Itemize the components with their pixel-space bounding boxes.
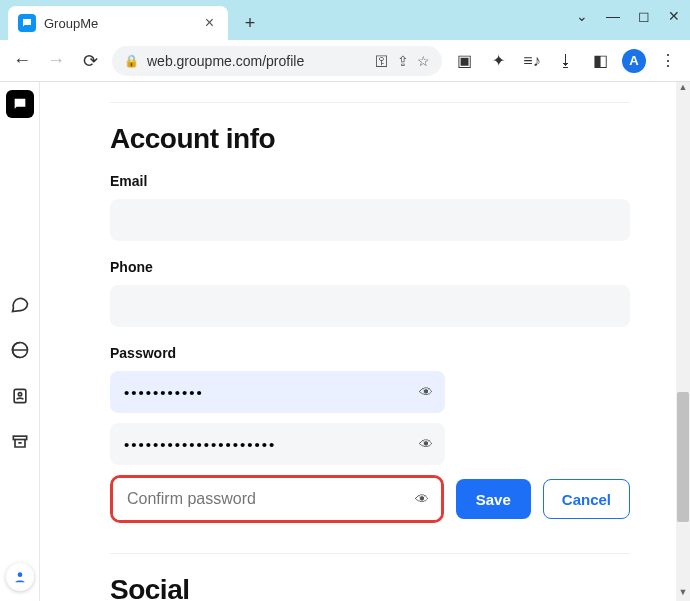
maximize-icon[interactable]: ◻ <box>638 8 650 24</box>
window-controls: ⌄ — ◻ ✕ <box>576 8 680 24</box>
back-button[interactable]: ← <box>10 50 34 71</box>
tab-title: GroupMe <box>44 16 201 31</box>
cancel-button[interactable]: Cancel <box>543 479 630 519</box>
scrollbar-thumb[interactable] <box>677 392 689 522</box>
email-label: Email <box>110 173 630 189</box>
browser-titlebar: GroupMe × + ⌄ — ◻ ✕ <box>0 0 690 40</box>
chats-icon[interactable] <box>8 292 32 316</box>
phone-field[interactable] <box>110 285 630 327</box>
eye-icon[interactable]: 👁 <box>419 384 433 400</box>
kebab-menu-icon[interactable]: ⋮ <box>656 51 680 70</box>
reading-list-icon[interactable]: ≡♪ <box>520 52 544 70</box>
browser-toolbar: ← → ⟳ 🔒 web.groupme.com/profile ⚿ ⇪ ☆ ▣ … <box>0 40 690 82</box>
svg-rect-3 <box>13 436 26 439</box>
browser-tab[interactable]: GroupMe × <box>8 6 228 40</box>
new-tab-button[interactable]: + <box>236 9 264 37</box>
scroll-down-icon[interactable]: ▼ <box>676 587 690 601</box>
divider <box>110 102 630 103</box>
groupme-logo-icon[interactable] <box>6 90 34 118</box>
confirm-password-field[interactable] <box>113 478 441 520</box>
lock-icon: 🔒 <box>124 54 139 68</box>
discover-icon[interactable] <box>8 338 32 362</box>
divider <box>110 553 630 554</box>
star-icon[interactable]: ☆ <box>417 53 430 69</box>
chrome-menu-icon[interactable]: ⌄ <box>576 8 588 24</box>
translate-icon[interactable]: ▣ <box>452 51 476 70</box>
section-title-social: Social <box>110 574 630 601</box>
contacts-icon[interactable] <box>8 384 32 408</box>
phone-label: Phone <box>110 259 630 275</box>
downloads-icon[interactable]: ⭳ <box>554 52 578 70</box>
minimize-icon[interactable]: — <box>606 8 620 24</box>
key-icon[interactable]: ⚿ <box>375 53 389 69</box>
url-text: web.groupme.com/profile <box>147 53 367 69</box>
forward-button[interactable]: → <box>44 50 68 71</box>
confirm-password-highlight: 👁 <box>110 475 444 523</box>
current-password-field[interactable] <box>110 371 445 413</box>
close-window-icon[interactable]: ✕ <box>668 8 680 24</box>
address-bar[interactable]: 🔒 web.groupme.com/profile ⚿ ⇪ ☆ <box>112 46 442 76</box>
svg-point-4 <box>17 572 22 577</box>
eye-icon[interactable]: 👁 <box>419 436 433 452</box>
profile-icon[interactable] <box>6 563 34 591</box>
sidepanel-icon[interactable]: ◧ <box>588 51 612 70</box>
password-label: Password <box>110 345 630 361</box>
reload-button[interactable]: ⟳ <box>78 50 102 72</box>
eye-icon[interactable]: 👁 <box>415 491 429 507</box>
scroll-up-icon[interactable]: ▲ <box>676 82 690 96</box>
app-sidebar <box>0 82 40 601</box>
tab-close-icon[interactable]: × <box>201 14 218 32</box>
extensions-icon[interactable]: ✦ <box>486 51 510 70</box>
svg-point-2 <box>18 393 21 396</box>
profile-avatar[interactable]: A <box>622 49 646 73</box>
groupme-favicon-icon <box>18 14 36 32</box>
archive-icon[interactable] <box>8 430 32 454</box>
new-password-field[interactable] <box>110 423 445 465</box>
email-field[interactable] <box>110 199 630 241</box>
save-button[interactable]: Save <box>456 479 531 519</box>
main-content: Account info Email Phone Password 👁 👁 👁 … <box>40 82 690 601</box>
scrollbar-track[interactable]: ▲ ▼ <box>676 82 690 601</box>
section-title-account: Account info <box>110 123 630 155</box>
share-icon[interactable]: ⇪ <box>397 53 409 69</box>
